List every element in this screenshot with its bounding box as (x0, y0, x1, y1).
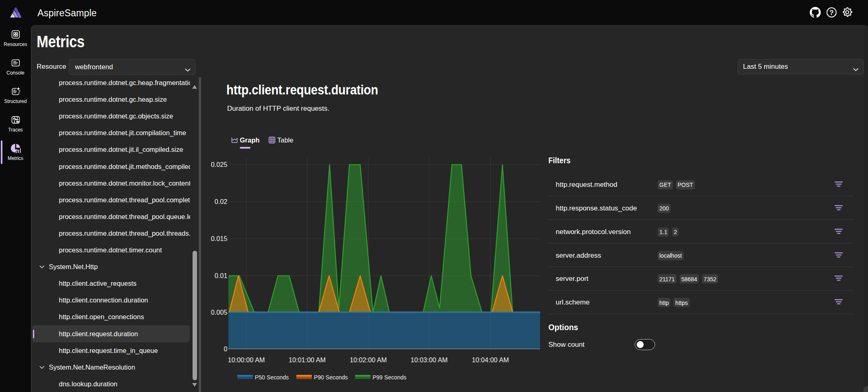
svg-text:10:04:00 AM: 10:04:00 AM (472, 356, 509, 364)
svg-text:P99 Seconds: P99 Seconds (373, 374, 406, 381)
svg-text:10:03:00 AM: 10:03:00 AM (411, 356, 448, 364)
svg-text:0.005: 0.005 (211, 309, 228, 316)
svg-text:?: ? (829, 9, 833, 17)
svg-text:0.02: 0.02 (215, 198, 228, 205)
svg-text:0.025: 0.025 (211, 161, 228, 168)
svg-text:P50 Seconds: P50 Seconds (255, 374, 289, 381)
svg-text:0: 0 (224, 345, 227, 353)
svg-text:0.01: 0.01 (215, 272, 228, 279)
svg-text:P90 Seconds: P90 Seconds (314, 374, 348, 381)
svg-text:10:01:00 AM: 10:01:00 AM (289, 356, 326, 364)
svg-text:10:02:00 AM: 10:02:00 AM (350, 356, 387, 364)
svg-text:10:00:00 AM: 10:00:00 AM (228, 356, 265, 364)
svg-text:0.015: 0.015 (211, 235, 228, 242)
